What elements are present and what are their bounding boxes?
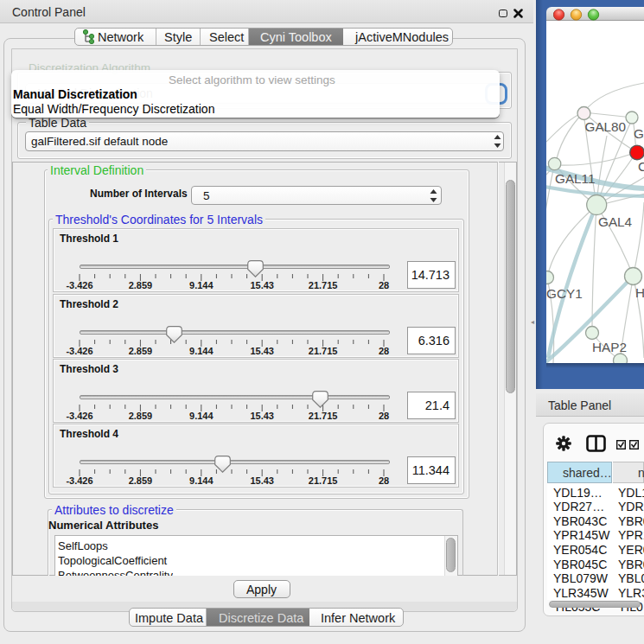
svg-text:CD: CD (638, 159, 644, 174)
svg-text:GAL4: GAL4 (598, 214, 633, 229)
svg-text:GAL80: GAL80 (585, 119, 627, 134)
svg-text:HAP2: HAP2 (592, 340, 627, 354)
svg-text:H: H (635, 285, 644, 300)
svg-text:GAL11: GAL11 (555, 171, 596, 186)
svg-text:GCY1: GCY1 (546, 286, 583, 301)
svg-text:GAL1: GAL1 (634, 126, 644, 141)
